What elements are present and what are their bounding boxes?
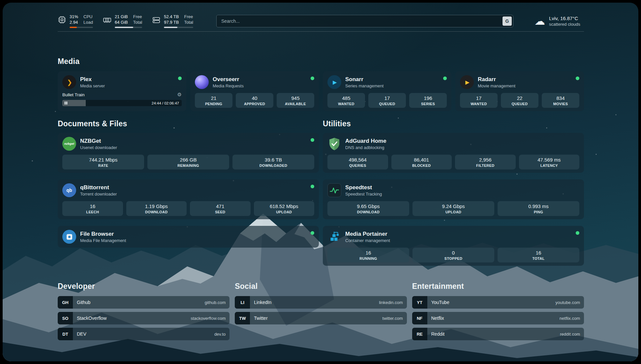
app-card-overseerr[interactable]: Overseerr Media Requests 21 PENDING 40 A… [190, 71, 319, 111]
stat-tile: 618.52 Mbps UPLOAD [254, 201, 315, 216]
disk-readout: 52.4 TB 97.9 TB Free Total [164, 14, 193, 28]
link-url: linkedin.com [379, 300, 403, 305]
stat-tile: 16 LEECH [62, 201, 123, 216]
stat-value: 0 [414, 250, 493, 256]
link-twitter[interactable]: TW Twitter twitter.com [235, 312, 407, 324]
stat-label: RUNNING [329, 257, 408, 260]
app-subtitle: Usenet downloader [80, 145, 117, 150]
stats-row: 9.65 Gbps DOWNLOAD 9.24 Gbps UPLOAD 0.99… [327, 201, 579, 216]
stat-label: UPLOAD [255, 210, 313, 214]
portainer-icon [327, 230, 341, 244]
stat-tile: 485 WANTED [327, 93, 365, 108]
youtube-icon: YT [412, 296, 427, 309]
stat-tile: 17 QUEUED [368, 93, 406, 108]
stat-value: 9.24 Gbps [414, 203, 493, 209]
stat-label: AVAILABLE [278, 102, 313, 106]
app-card-portainer[interactable]: Media Portainer Container management 16 … [323, 226, 584, 266]
section-title-utilities: Utilities [323, 119, 584, 128]
disk-total-label: Total [184, 19, 193, 25]
app-card-radarr[interactable]: ▶ Radarr Movie management 17 WANTED 22 Q… [455, 71, 584, 111]
stat-tile: 196 SERIES [409, 93, 447, 108]
link-stackoverflow[interactable]: SO StackOverflow stackoverflow.com [58, 312, 229, 324]
settings-gear-icon[interactable]: ⚙ [177, 92, 182, 98]
stat-label: BLOCKED [393, 164, 451, 167]
link-reddit[interactable]: RE Reddit reddit.com [412, 328, 584, 340]
stats-row: 21 PENDING 40 APPROVED 945 AVAILABLE [195, 93, 314, 108]
app-card-adguard[interactable]: AdGuard Home DNS and adblocking 498,564 … [323, 133, 584, 173]
stat-value: 16 [329, 250, 408, 256]
stat-value: 744.21 Mbps [64, 157, 143, 163]
cpu-percent: 31% [70, 14, 78, 19]
header-divider [58, 31, 584, 32]
stat-label: QUERIES [329, 164, 387, 167]
stat-label: PENDING [196, 102, 231, 106]
section-title-entertainment: Entertainment [412, 282, 584, 291]
disk-widget: 52.4 TB 97.9 TB Free Total [152, 14, 193, 28]
app-card-qbittorrent[interactable]: qb qBittorrent Torrent downloader 16 LEE… [58, 179, 319, 219]
link-url: reddit.com [560, 332, 580, 337]
stackoverflow-icon: SO [58, 312, 73, 324]
stat-label: UPLOAD [414, 210, 493, 214]
app-card-sonarr[interactable]: ▶ Sonarr Series management 485 WANTED 17… [323, 71, 451, 111]
stat-value: 485 [329, 95, 364, 101]
app-name: NZBGet [80, 138, 117, 144]
link-url: twitter.com [382, 316, 403, 321]
link-youtube[interactable]: YT YouTube youtube.com [412, 296, 584, 309]
link-group-entertainment: Entertainment YT YouTube youtube.com NF … [412, 282, 584, 340]
link-name: YouTube [431, 300, 449, 305]
section-title-media: Media [58, 57, 584, 66]
stat-label: QUEUED [370, 102, 405, 106]
status-dot [311, 185, 314, 188]
stat-value: 22 [502, 95, 537, 101]
link-group-social: Social LI LinkedIn linkedin.com TW Twitt… [235, 282, 407, 340]
stat-tile: 21 PENDING [195, 93, 232, 108]
app-card-speedtest[interactable]: Speedtest Speedtest Tracking 9.65 Gbps D… [323, 179, 584, 219]
stats-row: 485 WANTED 17 QUEUED 196 SERIES [327, 93, 447, 108]
link-dev[interactable]: DT DEV dev.to [58, 328, 229, 340]
stat-value: 0.993 ms [499, 203, 578, 209]
pause-icon[interactable] [65, 102, 67, 105]
stat-tile: 834 MOVIES [542, 93, 579, 108]
sonarr-icon: ▶ [327, 75, 341, 89]
stat-value: 498,564 [329, 157, 387, 163]
memory-free-label: Free [133, 14, 142, 19]
app-subtitle: Media server [80, 83, 105, 88]
github-icon: GH [58, 296, 73, 309]
stat-value: 17 [370, 95, 405, 101]
link-linkedin[interactable]: LI LinkedIn linkedin.com [235, 296, 407, 309]
link-netflix[interactable]: NF Netflix netflix.com [412, 312, 584, 324]
playback-progress-bar[interactable]: 24:44 / 02:06:47 [62, 100, 182, 106]
stat-label: DOWNLOADED [234, 164, 313, 167]
stat-tile: 945 AVAILABLE [277, 93, 314, 108]
app-subtitle: Movie management [478, 83, 515, 88]
app-card-plex[interactable]: ❯ Plex Media server Bullet Train ⚙ 24:44… [58, 71, 186, 111]
status-dot [311, 138, 314, 142]
dashboard-content: 31% 2.94 CPU Load [3, 3, 638, 361]
entertainment-links: YT YouTube youtube.com NF Netflix netfli… [412, 296, 584, 340]
filebrowser-icon [62, 230, 76, 244]
app-card-filebrowser[interactable]: File Browser Media File Management [58, 226, 319, 248]
stats-row: 17 WANTED 22 QUEUED 834 MOVIES [460, 93, 579, 108]
app-subtitle: Media File Management [80, 238, 126, 243]
stat-tile: 0.993 ms PING [498, 201, 579, 216]
cpu-progress-bar [70, 27, 93, 28]
app-name: Overseerr [213, 76, 244, 83]
link-name: Reddit [431, 331, 444, 337]
ram-icon [103, 15, 111, 24]
dashboard-window: 31% 2.94 CPU Load [3, 3, 638, 361]
utilities-stack: AdGuard Home DNS and adblocking 498,564 … [323, 133, 584, 266]
stat-tile: 9.65 Gbps DOWNLOAD [327, 201, 409, 216]
stat-label: DOWNLOAD [128, 210, 186, 214]
link-name: LinkedIn [254, 300, 271, 305]
cpu-load-value: 2.94 [70, 19, 78, 25]
app-name: Sonarr [345, 76, 383, 83]
app-subtitle: Speedtest Tracking [345, 192, 382, 197]
search-input[interactable] [216, 15, 513, 27]
app-card-nzbget[interactable]: nzbget NZBGet Usenet downloader 744.21 M… [58, 133, 319, 173]
search-engine-button[interactable]: G [503, 16, 512, 26]
stat-label: TOTAL [499, 257, 578, 260]
stats-row: 16 LEECH 1.19 Gbps DOWNLOAD 471 SEED [62, 201, 314, 216]
stat-value: 47.569 ms [520, 157, 578, 163]
link-github[interactable]: GH Github github.com [58, 296, 229, 309]
disk-icon [152, 15, 161, 24]
